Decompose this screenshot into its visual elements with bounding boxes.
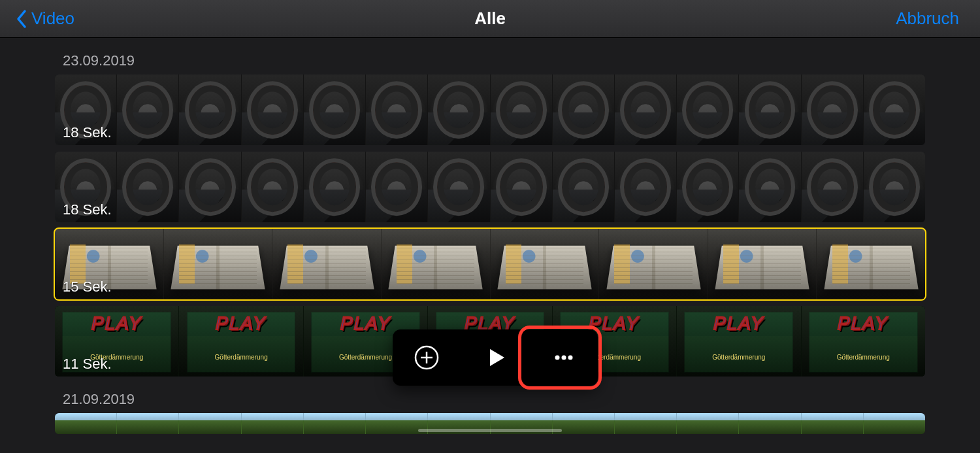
filmstrip-frame [164,229,273,299]
filmstrip-frame [242,152,304,222]
header-bar: Video Alle Abbruch [0,0,980,38]
filmstrip-frame [491,152,553,222]
back-label: Video [31,8,74,29]
filmstrip-frame [599,229,708,299]
filmstrip-frame [615,152,677,222]
svg-point-6 [568,356,572,360]
filmstrip-frame [55,229,164,299]
filmstrip-frame [739,75,801,145]
filmstrip-frame [242,75,304,145]
add-clip-button[interactable] [393,329,461,386]
date-header: 23.09.2019 [0,38,980,75]
filmstrip-frame [428,152,490,222]
filmstrip-frame [366,75,428,145]
svg-point-5 [561,356,566,360]
filmstrip-frame [802,152,864,222]
filmstrip-frame [382,229,491,299]
filmstrip-frame [491,75,553,145]
ellipsis-icon [551,344,577,371]
play-clip-button[interactable] [461,329,530,386]
clip-browser: 23.09.2019 18 Sek. 18 Sek. 15 Sek. 11 Se… [0,38,980,434]
filmstrip-frame [179,75,241,145]
filmstrip-frame: Götterdämmerung [55,306,179,377]
svg-point-4 [555,356,559,360]
filmstrip-frame [428,75,490,145]
filmstrip-frame [491,229,600,299]
filmstrip-frame [179,152,241,222]
filmstrip-frame [117,152,179,222]
filmstrip-frame [864,75,925,145]
filmstrip-frame [802,413,864,434]
svg-marker-3 [490,349,504,366]
filmstrip-frame [864,152,925,222]
cancel-button[interactable]: Abbruch [896,8,959,29]
filmstrip-frame [304,152,366,222]
filmstrip-frame [553,75,615,145]
filmstrip-frame: Götterdämmerung [802,306,925,377]
filmstrip-frame [739,413,801,434]
chevron-left-icon [16,9,27,29]
filmstrip-frame: Götterdämmerung [677,306,801,377]
filmstrip-frame [817,229,925,299]
filmstrip-frame [55,413,117,434]
filmstrip-frame [708,229,817,299]
filmstrip-frame [553,413,615,434]
filmstrip-frame [117,413,179,434]
filmstrip-frame [802,75,864,145]
plus-circle-icon [414,344,440,371]
filmstrip-frame [272,229,382,299]
filmstrip-frame [615,413,677,434]
video-clip[interactable]: 18 Sek. [55,75,925,145]
filmstrip-frame [304,413,366,434]
filmstrip-frame [739,152,801,222]
filmstrip-frame: Götterdämmerung [179,306,303,377]
filmstrip-frame [304,75,366,145]
filmstrip-frame [366,152,428,222]
more-options-button[interactable] [529,329,598,386]
filmstrip-frame [242,413,304,434]
filmstrip-frame [55,75,117,145]
filmstrip-frame [615,75,677,145]
home-indicator [418,429,562,432]
filmstrip-frame [677,152,739,222]
filmstrip-frame [179,413,241,434]
filmstrip-frame [677,413,739,434]
page-title: Alle [474,8,506,29]
video-clip[interactable]: 18 Sek. [55,152,925,222]
filmstrip-frame [553,152,615,222]
back-button[interactable]: Video [16,8,74,29]
filmstrip-frame [677,75,739,145]
filmstrip-frame [55,152,117,222]
filmstrip-frame [864,413,925,434]
clip-action-popover [393,329,598,386]
video-clip-selected[interactable]: 15 Sek. [55,229,925,299]
filmstrip-frame [117,75,179,145]
play-icon [482,344,508,371]
